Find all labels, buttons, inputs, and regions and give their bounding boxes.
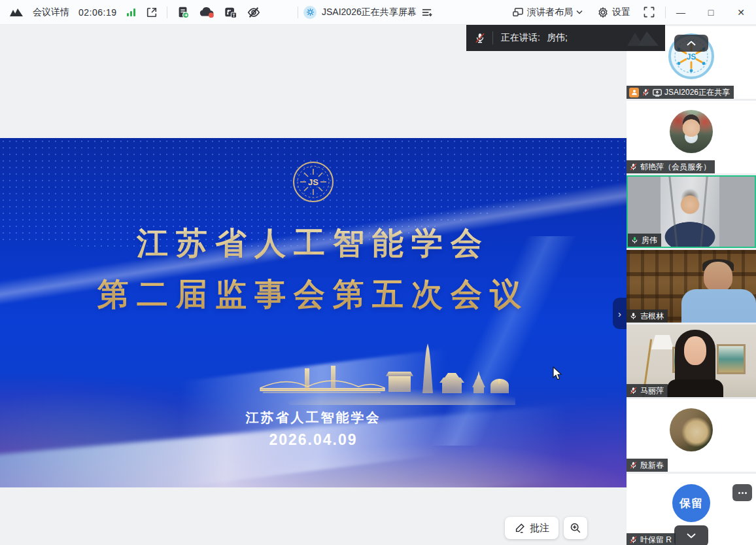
network-signal-icon[interactable] (126, 8, 137, 17)
minimize-button[interactable]: — (666, 0, 696, 25)
participant-avatar (670, 408, 713, 451)
slide-title-line1: 江苏省人工智能学会 (0, 218, 627, 269)
svg-text:T: T (232, 12, 235, 17)
participant-tile-jigenlin[interactable]: 吉根林 (627, 250, 756, 323)
participant-name-tag: 马丽萍 (627, 384, 668, 397)
slide-footer-date: 2026.04.09 (0, 431, 627, 449)
chevron-down-icon (687, 533, 696, 538)
svg-text:JS: JS (687, 52, 696, 62)
network-translate-icon[interactable]: T (224, 6, 237, 19)
maximize-button[interactable]: □ (696, 0, 726, 25)
eye-off-icon[interactable] (247, 6, 261, 19)
sidebar-scroll-down-button[interactable] (674, 525, 708, 545)
settings-label: 设置 (612, 7, 630, 18)
meeting-timer: 02:06:19 (78, 7, 117, 18)
fullscreen-icon[interactable] (644, 7, 655, 18)
layout-icon (512, 7, 524, 18)
next-page-arrow[interactable]: › (613, 298, 627, 329)
muted-mic-icon (629, 535, 638, 544)
host-badge-icon (629, 88, 639, 97)
sidebar-collapse-button[interactable] (674, 35, 708, 52)
participant-name: 叶保留 R (640, 533, 672, 545)
slide-footer: 江苏省人工智能学会 2026.04.09 (0, 409, 627, 449)
city-skyline-graphic (254, 342, 515, 405)
titlebar-divider (167, 7, 167, 18)
active-mic-icon (630, 236, 639, 245)
titlebar-divider (298, 7, 298, 18)
gear-icon (597, 7, 609, 18)
participant-name-tag: 房伟 (628, 234, 661, 247)
layout-label: 演讲者布局 (527, 7, 573, 18)
muted-mic-icon (629, 162, 638, 171)
participant-tile-fangwei[interactable]: 房伟 (627, 175, 756, 248)
participant-name-tag: 殷新春 (627, 459, 668, 472)
close-button[interactable]: ✕ (726, 0, 756, 25)
participant-tiles: JS JSAI2026正在共享 (627, 25, 756, 545)
slide-title-line2: 第二届监事会第五次会议 (0, 269, 627, 320)
share-toolbar: 批注 (505, 517, 587, 539)
annotate-label: 批注 (530, 522, 549, 535)
meeting-details-button[interactable]: 会议详情 (33, 7, 69, 18)
meeting-details-label: 会议详情 (33, 7, 69, 18)
slide-title: 江苏省人工智能学会 第二届监事会第五次会议 (0, 218, 627, 320)
emblem-text: JS (308, 177, 318, 187)
participant-tile-yuyanping[interactable]: 郁艳萍（会员服务） (627, 101, 756, 173)
chevron-up-icon (687, 41, 696, 46)
participant-name-tag: JSAI2026正在共享 (627, 86, 734, 99)
watermark-logo-icon (625, 29, 661, 48)
screen-share-icon (653, 88, 662, 97)
annotate-button[interactable]: 批注 (505, 517, 558, 539)
participant-name-tag: 郁艳萍（会员服务） (627, 160, 715, 173)
speaking-prefix: 正在讲话: (501, 32, 540, 44)
muted-mic-icon (629, 386, 638, 395)
muted-mic-icon (642, 88, 650, 97)
zoom-button[interactable] (564, 517, 587, 539)
participant-tile-yinxinchun[interactable]: 殷新春 (627, 399, 756, 472)
presentation-slide: JS 江苏省人工智能学会 第二届监事会第五次会议 (0, 138, 627, 487)
pop-out-icon[interactable] (146, 7, 158, 18)
slide-footer-org: 江苏省人工智能学会 (0, 409, 627, 427)
titlebar: 会议详情 02:06:19 T JSAI2026正在共享屏幕 (0, 0, 756, 25)
tile-more-button[interactable] (732, 484, 752, 501)
layout-selector[interactable]: 演讲者布局 (512, 7, 583, 18)
participant-name: 郁艳萍（会员服务） (640, 160, 711, 173)
speaking-name: 房伟; (547, 32, 568, 44)
jsai-emblem-icon: JS (292, 160, 335, 203)
participants-sidebar: JS JSAI2026正在共享 (627, 25, 756, 545)
participant-name: 马丽萍 (640, 384, 664, 397)
participant-name: JSAI2026正在共享 (664, 86, 730, 99)
participant-avatar (670, 110, 713, 153)
participant-name-tag: 叶保留 R (627, 533, 676, 545)
participant-name-tag: 吉根林 (627, 309, 668, 323)
sharer-avatar-icon (303, 6, 317, 19)
muted-mic-icon (474, 31, 486, 44)
share-list-icon[interactable] (422, 8, 433, 17)
chevron-down-icon (576, 10, 583, 14)
muted-mic-icon (629, 461, 638, 470)
participant-name: 殷新春 (640, 459, 664, 472)
participant-name: 吉根林 (640, 309, 664, 323)
participant-avatar-initials: 保留 (672, 484, 710, 522)
shared-screen-area: JS 江苏省人工智能学会 第二届监事会第五次会议 (0, 25, 627, 545)
next-arrow-glyph: › (618, 308, 621, 319)
pen-icon (514, 522, 526, 534)
cloud-status-icon[interactable] (199, 6, 215, 19)
magnifier-plus-icon (570, 522, 581, 534)
mouse-cursor (553, 366, 562, 381)
banner-divider (492, 31, 493, 44)
settings-button[interactable]: 设置 (597, 7, 630, 18)
app-logo-icon (9, 7, 24, 18)
speaking-banner: 正在讲话: 房伟; (466, 25, 665, 51)
participant-name: 房伟 (642, 234, 657, 247)
document-status-icon[interactable] (177, 6, 190, 19)
mic-icon (629, 311, 638, 321)
sharing-title: JSAI2026正在共享屏幕 (322, 7, 417, 18)
participant-tile-maliping[interactable]: 马丽萍 (627, 325, 756, 397)
